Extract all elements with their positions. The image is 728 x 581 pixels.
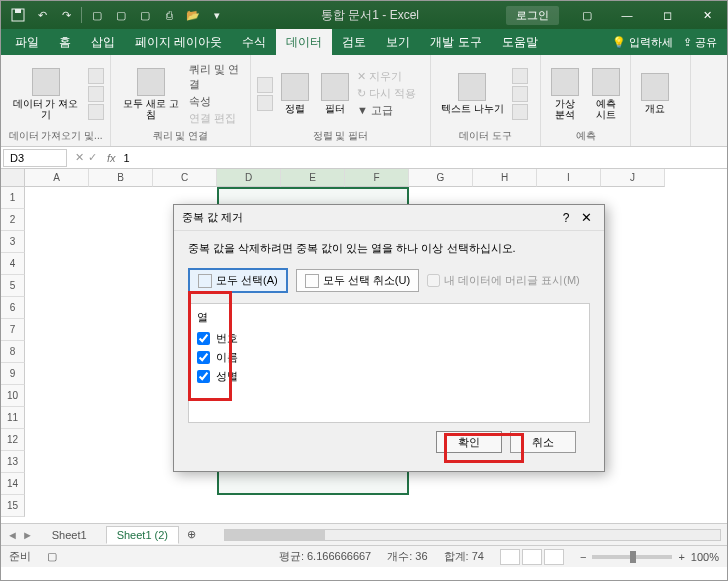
- tab-review[interactable]: 검토: [332, 29, 376, 55]
- group-label: 데이터 가져오기 및...: [7, 129, 104, 143]
- svg-rect-1: [15, 9, 21, 13]
- ribbon: 데이터 가 져오기 데이터 가져오기 및... 모두 새로 고침 쿼리 및 연결…: [1, 55, 727, 147]
- login-button[interactable]: 로그인: [506, 6, 559, 25]
- dialog-message: 중복 값을 삭제하려면 중복 값이 있는 열을 하나 이상 선택하십시오.: [188, 241, 590, 256]
- tab-pagelayout[interactable]: 페이지 레이아웃: [125, 29, 232, 55]
- data-val-icon[interactable]: [512, 104, 528, 120]
- tab-insert[interactable]: 삽입: [81, 29, 125, 55]
- status-sum: 합계: 74: [444, 549, 484, 564]
- share-button[interactable]: ⇪ 공유: [683, 35, 717, 50]
- filter-button[interactable]: 필터: [317, 71, 353, 116]
- clear-filter[interactable]: ✕ 지우기: [357, 69, 416, 84]
- headers-checkbox[interactable]: 내 데이터에 머리글 표시(M): [427, 273, 580, 288]
- qat-icon2[interactable]: ▢: [136, 6, 154, 24]
- zoom-level[interactable]: 100%: [691, 551, 719, 563]
- sort-desc-icon[interactable]: [257, 95, 273, 111]
- horizontal-scrollbar[interactable]: [224, 529, 721, 541]
- remove-dup-icon[interactable]: [512, 86, 528, 102]
- formula-bar: D3 ✕ ✓ fx: [1, 147, 727, 169]
- from-web-icon[interactable]: [88, 86, 104, 102]
- page-layout-view-icon[interactable]: [522, 549, 542, 565]
- cancel-formula-icon[interactable]: ✕: [75, 151, 84, 164]
- sheet-tab-active[interactable]: Sheet1 (2): [106, 526, 179, 544]
- normal-view-icon[interactable]: [500, 549, 520, 565]
- text-to-columns-button[interactable]: 텍스트 나누기: [437, 71, 508, 116]
- window-controls: ▢ — ◻ ✕: [567, 1, 727, 29]
- row-headers[interactable]: 1234 5678 9101112 131415: [1, 187, 25, 517]
- ribbon-options-icon[interactable]: ▢: [567, 1, 607, 29]
- next-sheet-icon[interactable]: ►: [22, 529, 33, 541]
- print-icon[interactable]: ⎙: [160, 6, 178, 24]
- tab-file[interactable]: 파일: [5, 29, 49, 55]
- dialog-title: 중복 값 제거: [182, 210, 556, 225]
- forecast-button[interactable]: 예측 시트: [588, 66, 625, 122]
- enter-formula-icon[interactable]: ✓: [88, 151, 97, 164]
- zoom-control[interactable]: − + 100%: [580, 551, 719, 563]
- properties[interactable]: 속성: [189, 94, 244, 109]
- status-count: 개수: 36: [387, 549, 427, 564]
- select-all-button[interactable]: 모두 선택(A): [188, 268, 288, 293]
- new-sheet-icon[interactable]: ⊕: [187, 528, 196, 541]
- select-all-icon: [198, 274, 212, 288]
- reapply-filter[interactable]: ↻ 다시 적용: [357, 86, 416, 101]
- fx-icon[interactable]: fx: [103, 152, 120, 164]
- close-icon[interactable]: ✕: [576, 210, 596, 225]
- refresh-all-button[interactable]: 모두 새로 고침: [117, 66, 185, 122]
- column-checkbox-1[interactable]: 번호: [197, 331, 581, 346]
- macro-record-icon[interactable]: ▢: [47, 550, 57, 563]
- save-icon[interactable]: [9, 6, 27, 24]
- tell-me[interactable]: 💡 입력하세: [612, 35, 673, 50]
- columns-listbox[interactable]: 열 번호 이름 성별: [188, 303, 590, 423]
- sheet-tab-bar: ◄► Sheet1 Sheet1 (2) ⊕: [1, 523, 727, 545]
- advanced-filter[interactable]: ▼ 고급: [357, 103, 416, 118]
- sheet-tab[interactable]: Sheet1: [41, 526, 98, 544]
- column-checkbox-3[interactable]: 성별: [197, 369, 581, 384]
- formula-input[interactable]: [120, 149, 727, 167]
- redo-icon[interactable]: ↷: [57, 6, 75, 24]
- tab-help[interactable]: 도움말: [492, 29, 548, 55]
- qat-icon[interactable]: ▢: [112, 6, 130, 24]
- minimize-icon[interactable]: —: [607, 1, 647, 29]
- tab-home[interactable]: 홈: [49, 29, 81, 55]
- tab-developer[interactable]: 개발 도구: [420, 29, 491, 55]
- sort-button[interactable]: 정렬: [277, 71, 313, 116]
- cancel-button[interactable]: 취소: [510, 431, 576, 453]
- edit-links[interactable]: 연결 편집: [189, 111, 244, 126]
- ok-button[interactable]: 확인: [436, 431, 502, 453]
- help-icon[interactable]: ?: [556, 211, 576, 225]
- quick-access-toolbar: ↶ ↷ ▢ ▢ ▢ ⎙ 📂 ▾: [1, 6, 234, 24]
- flash-fill-icon[interactable]: [512, 68, 528, 84]
- group-label: 쿼리 및 연결: [117, 129, 244, 143]
- column-checkbox-2[interactable]: 이름: [197, 350, 581, 365]
- queries-connections[interactable]: 쿼리 및 연결: [189, 62, 244, 92]
- tab-data[interactable]: 데이터: [276, 29, 332, 55]
- open-icon[interactable]: 📂: [184, 6, 202, 24]
- status-bar: 준비 ▢ 평균: 6.166666667 개수: 36 합계: 74 − + 1…: [1, 545, 727, 567]
- outline-button[interactable]: 개요: [637, 71, 673, 116]
- sort-asc-icon[interactable]: [257, 77, 273, 93]
- new-icon[interactable]: ▢: [88, 6, 106, 24]
- close-icon[interactable]: ✕: [687, 1, 727, 29]
- status-ready: 준비: [9, 549, 31, 564]
- tab-formulas[interactable]: 수식: [232, 29, 276, 55]
- prev-sheet-icon[interactable]: ◄: [7, 529, 18, 541]
- page-break-view-icon[interactable]: [544, 549, 564, 565]
- column-headers[interactable]: ABC DEF GHIJ: [25, 169, 727, 187]
- tab-view[interactable]: 보기: [376, 29, 420, 55]
- name-box[interactable]: D3: [3, 149, 67, 167]
- qat-more-icon[interactable]: ▾: [208, 6, 226, 24]
- from-table-icon[interactable]: [88, 104, 104, 120]
- unselect-all-button[interactable]: 모두 선택 취소(U): [296, 269, 419, 292]
- maximize-icon[interactable]: ◻: [647, 1, 687, 29]
- status-average: 평균: 6.166666667: [279, 549, 371, 564]
- zoom-in-icon[interactable]: +: [678, 551, 684, 563]
- columns-header: 열: [197, 310, 581, 325]
- whatif-button[interactable]: 가상 분석: [547, 66, 584, 122]
- from-text-icon[interactable]: [88, 68, 104, 84]
- group-label: 정렬 및 필터: [257, 129, 424, 143]
- select-all-corner[interactable]: [1, 169, 25, 187]
- zoom-out-icon[interactable]: −: [580, 551, 586, 563]
- unselect-all-icon: [305, 274, 319, 288]
- undo-icon[interactable]: ↶: [33, 6, 51, 24]
- get-data-button[interactable]: 데이터 가 져오기: [7, 66, 84, 122]
